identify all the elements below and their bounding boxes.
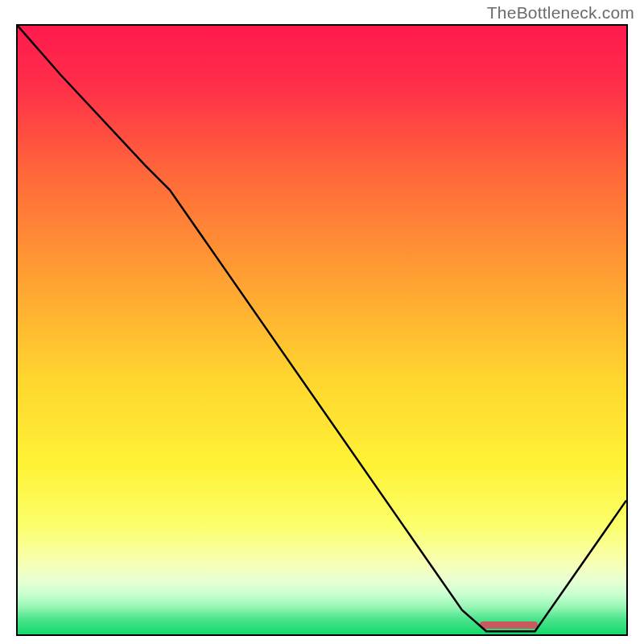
bottleneck-curve [18,26,626,634]
bottleneck-curve-path [18,26,626,631]
stage: TheBottleneck.com [0,0,644,644]
watermark-text: TheBottleneck.com [487,3,634,23]
chart-frame [16,24,628,636]
